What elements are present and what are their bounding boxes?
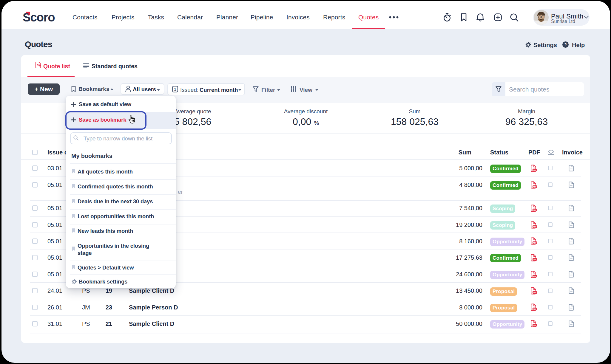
svg-text:PDF: PDF xyxy=(533,186,537,188)
svg-text:PDF: PDF xyxy=(533,292,537,294)
svg-text:PDF: PDF xyxy=(533,226,537,228)
svg-text:PDF: PDF xyxy=(533,259,537,261)
svg-text:PDF: PDF xyxy=(533,275,537,277)
svg-text:?: ? xyxy=(564,42,567,47)
svg-text:PDF: PDF xyxy=(533,325,537,326)
svg-text:PDF: PDF xyxy=(533,169,537,171)
svg-text:PDF: PDF xyxy=(533,308,537,310)
svg-text:1: 1 xyxy=(174,87,176,92)
svg-text:PDF: PDF xyxy=(533,242,537,244)
svg-text:PDF: PDF xyxy=(533,209,537,211)
